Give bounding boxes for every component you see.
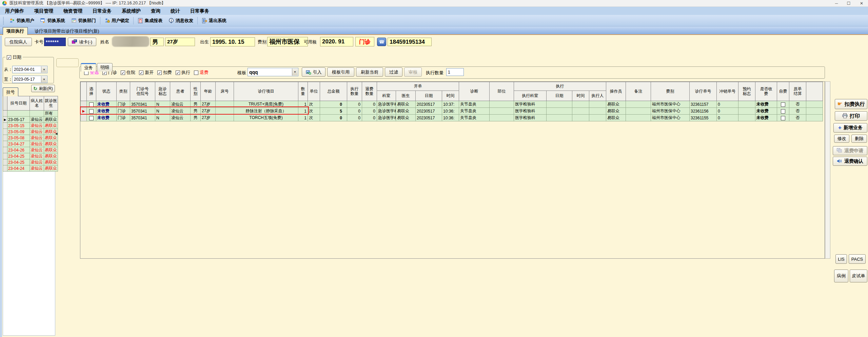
grid-header-remark[interactable]: 备注 xyxy=(626,82,651,101)
new-business-button[interactable]: + 新增业务 xyxy=(833,123,867,133)
exit-system-button[interactable]: 退出系统 xyxy=(199,16,230,25)
filter-checkbox-5[interactable]: ✓执行 xyxy=(176,70,190,76)
filter-checkbox-2[interactable]: ✓住院 xyxy=(121,70,135,76)
reg-row[interactable]: 23-04-27凌仙云易联众 xyxy=(3,141,58,147)
grid-header-appt[interactable]: 预约 标志 xyxy=(738,82,755,101)
checkbox-icon[interactable] xyxy=(781,109,785,114)
checkbox-icon[interactable] xyxy=(89,102,94,107)
reg-row[interactable]: 23-05-08凌仙云易联众 xyxy=(3,135,58,141)
grid-header-type[interactable]: 类别 xyxy=(117,82,130,101)
user-lock-button[interactable]: 用户锁定 xyxy=(101,16,132,25)
grid-header-qty[interactable]: 数 量 xyxy=(298,82,308,101)
close-button[interactable]: ✕ xyxy=(856,0,867,7)
refund-confirm-button[interactable]: 退费确认 xyxy=(833,157,867,166)
grid-header-orig-settle[interactable]: 原单 结算 xyxy=(789,82,806,101)
card-no-field[interactable]: ****** xyxy=(44,38,66,46)
grid-header-kd-doctor[interactable]: 医生 xyxy=(396,91,416,101)
menu-project-mgmt[interactable]: 项目管理 xyxy=(29,7,58,15)
grid-row[interactable]: ▶未收费门诊3570341N凌仙云男27岁静脉注射（静脉采血）1次500急诊医学… xyxy=(81,108,823,115)
grid-header-kaidan-group[interactable]: 开单 xyxy=(377,82,459,91)
grid-header-refund-qty[interactable]: 退费 数量 xyxy=(362,82,377,101)
reg-header-name[interactable]: 病人姓名 xyxy=(30,96,44,111)
modify-button[interactable]: 修改 xyxy=(834,135,849,143)
menu-material-mgmt[interactable]: 物资管理 xyxy=(58,7,87,15)
reg-row[interactable]: 23-05-15凌仙云易联众 xyxy=(3,123,58,129)
template-ref-button[interactable]: 模板引用 xyxy=(327,67,354,77)
grid-header-select[interactable]: 选 择 xyxy=(87,82,96,101)
refresh-button[interactable]: ↻ 刷新(R) xyxy=(31,85,55,92)
minimize-button[interactable]: ─ xyxy=(831,0,842,7)
checkbox-icon[interactable] xyxy=(89,116,94,120)
grid-header-patient[interactable]: 患者 xyxy=(170,82,191,101)
checkbox-icon[interactable] xyxy=(89,109,94,114)
skin-test-button[interactable]: 皮试单 xyxy=(850,270,867,282)
switch-user-button[interactable]: 切换用户 xyxy=(6,16,37,25)
reg-row[interactable]: 23-04-25凌仙云易联众 xyxy=(3,153,58,159)
tab-business[interactable]: 业务 xyxy=(81,63,96,72)
filter-checkbox-3[interactable]: ✓新开 xyxy=(139,70,154,76)
grid-header-status[interactable]: 状态 xyxy=(96,82,117,101)
grid-header-exec-qty[interactable]: 执行 数量 xyxy=(347,82,362,101)
exec-qty-input[interactable]: 1 xyxy=(446,68,464,76)
refresh-current-button[interactable]: 刷新当前 xyxy=(356,67,383,77)
date-from-select[interactable]: 2023-04-01 ▼ xyxy=(12,66,47,73)
template-select[interactable]: qqq ▼ xyxy=(248,68,298,76)
reg-row[interactable]: 所有 xyxy=(3,111,58,117)
menu-daily-affairs[interactable]: 日常事务 xyxy=(185,7,214,15)
import-button[interactable]: 引入 xyxy=(302,67,326,77)
tab-project-execute[interactable]: 项目执行 xyxy=(3,27,28,35)
menu-daily-business[interactable]: 日常业务 xyxy=(87,7,117,15)
switch-system-button[interactable]: 切换系统 xyxy=(37,16,68,25)
grid-header-ex-time[interactable]: 时间 xyxy=(572,91,589,101)
filter-button[interactable]: 过滤 xyxy=(385,67,402,77)
menu-user-ops[interactable]: 用户操作 xyxy=(0,7,29,15)
reg-row[interactable]: 23-04-24凌仙云易联众 xyxy=(3,165,58,172)
grid-scrollbar[interactable] xyxy=(825,81,830,259)
reg-row[interactable]: 23-04-26凌仙云易联众 xyxy=(3,147,58,153)
grid-header-unit[interactable]: 单位 xyxy=(308,82,320,101)
grid-header-fee-type[interactable]: 费别 xyxy=(651,82,690,101)
lis-button[interactable]: LIS xyxy=(835,254,847,264)
collapse-sidebar-icon[interactable]: ◀ xyxy=(54,130,58,137)
grid-header-age[interactable]: 年龄 xyxy=(201,82,216,101)
delete-button[interactable]: 删除 xyxy=(851,135,867,143)
tab-item-maintenance[interactable]: 诊疗项目附带出诊疗项目维护(新) xyxy=(31,27,103,35)
message-button[interactable]: 消息收发 xyxy=(165,16,196,25)
menu-system-maintenance[interactable]: 系统维护 xyxy=(117,7,146,15)
refund-apply-button[interactable]: 退费申请 xyxy=(833,146,867,155)
checkbox-icon[interactable] xyxy=(781,102,785,107)
grid-header-item[interactable]: 诊疗项目 xyxy=(234,82,298,101)
grid-header-ex-dept[interactable]: 执行科室 xyxy=(514,91,547,101)
case-button[interactable]: 病例 xyxy=(834,270,848,282)
reg-header-date[interactable]: 挂号日期 xyxy=(7,96,30,111)
grid-header-ex-date[interactable]: 日期 xyxy=(547,91,572,101)
inpatient-button[interactable]: 住院病人 xyxy=(5,38,32,46)
grid-header-charged[interactable]: 是否收 费 xyxy=(755,82,777,101)
grid-header-self-pay[interactable]: 自费 xyxy=(777,82,789,101)
checkbox-icon[interactable] xyxy=(781,116,785,120)
grid-header-sex[interactable]: 性 别 xyxy=(191,82,201,101)
grid-header-offset-no[interactable]: 冲销单号 xyxy=(717,82,738,101)
pacs-button[interactable]: PACS xyxy=(849,254,866,264)
chevron-down-icon[interactable]: ▼ xyxy=(292,68,298,76)
chevron-down-icon[interactable]: ▼ xyxy=(41,76,47,82)
grid-header-kd-dept[interactable]: 科室 xyxy=(377,91,396,101)
filter-checkbox-4[interactable]: ✓扣费 xyxy=(157,70,172,76)
maximize-button[interactable]: ☐ xyxy=(844,0,854,7)
print-button[interactable]: 打印 xyxy=(835,111,867,121)
integrated-report-button[interactable]: 集成报表 xyxy=(135,16,165,25)
grid-header-visit-no[interactable]: 门诊号 住院号 xyxy=(130,82,155,101)
grid-header-kd-date[interactable]: 日期 xyxy=(416,91,442,101)
chevron-down-icon[interactable]: ▼ xyxy=(41,66,47,73)
grid-header-operator[interactable]: 操作员 xyxy=(606,82,626,101)
registration-tab[interactable]: 挂号 xyxy=(3,87,18,96)
reg-row[interactable]: 23-05-09凌仙云易联众 xyxy=(3,129,58,135)
grid-header-bed[interactable]: 床号 xyxy=(216,82,234,101)
phone-icon[interactable]: ☎ xyxy=(377,38,386,46)
audit-button[interactable]: 审核 xyxy=(404,67,422,77)
filter-checkbox-6[interactable]: 退费 xyxy=(194,70,209,76)
grid-header-kd-time[interactable]: 时间 xyxy=(442,91,459,101)
grid-header-order-no[interactable]: 诊疗单号 xyxy=(690,82,717,101)
deduct-execute-button[interactable]: ☛ 扣费执行 xyxy=(835,99,867,109)
read-card-button[interactable]: 读卡(-) xyxy=(68,38,96,46)
